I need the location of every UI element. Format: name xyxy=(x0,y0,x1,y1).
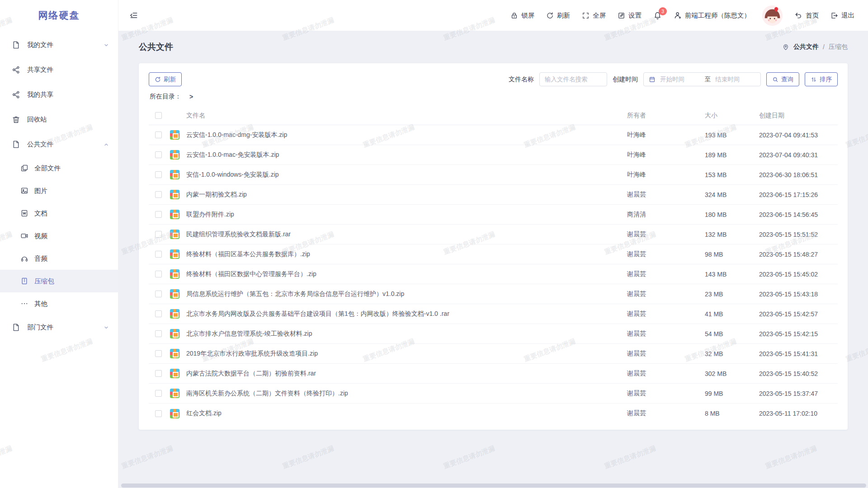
file-name-cell[interactable]: 北京市排水户信息管理系统-竣工验收材料.zip xyxy=(186,330,627,338)
sidebar-subitem-videos[interactable]: 视频 xyxy=(0,225,118,247)
date-range-picker[interactable]: 开始时间 至 结束时间 xyxy=(643,72,761,86)
file-size-cell: 193 MB xyxy=(705,131,759,139)
file-icon xyxy=(12,140,20,149)
refresh-page-button[interactable]: 刷新 xyxy=(546,11,570,20)
table-row[interactable]: 北京市排水户信息管理系统-竣工验收材料.zip 谢晨芸 54 MB 2023-0… xyxy=(149,324,838,344)
file-name-cell[interactable]: 内蒙古法院大数据平台（二期）初验前资料.rar xyxy=(186,370,627,378)
file-name-cell[interactable]: 局信息系统运行维护（第五包：北京市水务局综合信息平台运行维护）v1.0.zip xyxy=(186,290,627,298)
sidebar-item-my-files[interactable]: 我的文件 xyxy=(0,33,118,57)
start-time-placeholder[interactable]: 开始时间 xyxy=(660,75,700,84)
file-owner-cell: 谢晨芸 xyxy=(627,191,705,199)
refresh-list-button[interactable]: 刷新 xyxy=(149,72,182,86)
file-owner-cell: 谢晨芸 xyxy=(627,370,705,378)
zip-file-icon xyxy=(170,289,179,299)
end-time-placeholder[interactable]: 结束时间 xyxy=(715,75,755,84)
sidebar-item-department-files[interactable]: 部门文件 xyxy=(0,315,118,340)
row-checkbox[interactable] xyxy=(155,231,162,238)
file-date-cell: 2023-06-15 14:56:45 xyxy=(759,211,837,218)
row-checkbox[interactable] xyxy=(155,131,162,138)
breadcrumb-root[interactable]: 公共文件 xyxy=(793,43,819,51)
row-checkbox[interactable] xyxy=(155,410,162,417)
row-checkbox[interactable] xyxy=(155,310,162,317)
avatar[interactable] xyxy=(762,5,783,26)
zip-file-icon xyxy=(170,210,179,219)
row-checkbox[interactable] xyxy=(155,370,162,377)
row-checkbox[interactable] xyxy=(155,291,162,297)
table-row[interactable]: 南海区机关新办公系统（二期）文件资料（终验打印）.zip 谢晨芸 99 MB 2… xyxy=(149,384,838,404)
sidebar-item-shared-files[interactable]: 共享文件 xyxy=(0,57,118,82)
table-row[interactable]: 联盟办件附件.zip 商清清 180 MB 2023-06-15 14:56:4… xyxy=(149,205,838,225)
table-row[interactable]: 云安信-1.0.0-mac-dmg-安装版本.zip 叶海峰 193 MB 20… xyxy=(149,125,838,145)
sort-button[interactable]: 排序 xyxy=(805,72,838,86)
sidebar-subitem-audio[interactable]: 音频 xyxy=(0,247,118,270)
logout-button[interactable]: 退出 xyxy=(830,11,854,20)
file-size-cell: 153 MB xyxy=(705,171,759,178)
row-checkbox[interactable] xyxy=(155,151,162,158)
sidebar-item-recycle-bin[interactable]: 回收站 xyxy=(0,107,118,132)
file-name-cell[interactable]: 联盟办件附件.zip xyxy=(186,211,627,219)
file-name-cell[interactable]: 终验材料（福田区数据中心管理服务平台）.zip xyxy=(186,270,627,278)
file-name-cell[interactable]: 云安信-1.0.0-mac-免安装版本.zip xyxy=(186,151,627,159)
row-checkbox[interactable] xyxy=(155,191,162,198)
table-row[interactable]: 内蒙一期初验文档.zip 谢晨芸 324 MB 2023-06-15 17:15… xyxy=(149,185,838,205)
file-owner-cell: 叶海峰 xyxy=(627,171,705,179)
sidebar-subitem-documents[interactable]: 文档 xyxy=(0,202,118,225)
breadcrumb: 公共文件 / 压缩包 xyxy=(782,43,848,51)
sidebar-subitem-others[interactable]: 其他 xyxy=(0,292,118,315)
row-checkbox[interactable] xyxy=(155,271,162,277)
file-name-cell[interactable]: 终验材料（福田区基本公共服务数据库）.zip xyxy=(186,250,627,258)
settings-button[interactable]: 设置 xyxy=(618,11,642,20)
home-button[interactable]: 首页 xyxy=(794,11,819,20)
table-row[interactable]: 2019年北京市水行政审批系统升级改造项目.zip 谢晨芸 32 MB 2023… xyxy=(149,344,838,364)
sidebar-subitem-images[interactable]: 图片 xyxy=(0,179,118,202)
file-owner-cell: 谢晨芸 xyxy=(627,230,705,239)
file-name-cell[interactable]: 内蒙一期初验文档.zip xyxy=(186,191,627,199)
file-name-cell[interactable]: 北京市水务局内网改版及公共服务基础平台建设项目（第1包：内网改版）终验验文档-v… xyxy=(186,310,627,318)
table-row[interactable]: 局信息系统运行维护（第五包：北京市水务局综合信息平台运行维护）v1.0.zip … xyxy=(149,284,838,304)
table-row[interactable]: 终验材料（福田区数据中心管理服务平台）.zip 谢晨芸 143 MB 2023-… xyxy=(149,264,838,284)
row-checkbox[interactable] xyxy=(155,390,162,397)
file-owner-cell: 谢晨芸 xyxy=(627,290,705,298)
query-button[interactable]: 查询 xyxy=(766,72,799,86)
main-content: 公共文件 公共文件 / 压缩包 刷新 文件名称 创建时间 xyxy=(118,31,868,488)
row-checkbox[interactable] xyxy=(155,330,162,337)
location-pin-icon xyxy=(782,43,789,51)
file-size-cell: 143 MB xyxy=(705,271,759,278)
row-checkbox[interactable] xyxy=(155,211,162,218)
file-name-cell[interactable]: 南海区机关新办公系统（二期）文件资料（终验打印）.zip xyxy=(186,389,627,398)
file-size-cell: 302 MB xyxy=(705,370,759,377)
row-checkbox[interactable] xyxy=(155,171,162,178)
sidebar-item-my-shares[interactable]: 我的共享 xyxy=(0,82,118,107)
sidebar-subitem-all-files[interactable]: 全部文件 xyxy=(0,157,118,179)
table-row[interactable]: 民建组织管理系统验收文档最新版.rar 谢晨芸 132 MB 2023-05-1… xyxy=(149,225,838,244)
file-date-cell: 2023-05-15 15:42:57 xyxy=(759,310,837,318)
user-menu[interactable]: 前端工程师（陈思文） xyxy=(674,11,750,20)
collapse-sidebar-icon[interactable] xyxy=(129,11,138,20)
lock-screen-button[interactable]: 锁屏 xyxy=(510,11,534,20)
table-row[interactable]: 云安信-1.0.0-mac-免安装版本.zip 叶海峰 189 MB 2023-… xyxy=(149,145,838,165)
table-row[interactable]: 内蒙古法院大数据平台（二期）初验前资料.rar 谢晨芸 302 MB 2023-… xyxy=(149,364,838,384)
table-row[interactable]: 安信-1.0.0-windows-免安装版.zip 叶海峰 153 MB 202… xyxy=(149,165,838,185)
table-row[interactable]: 终验材料（福田区基本公共服务数据库）.zip 谢晨芸 98 MB 2023-05… xyxy=(149,244,838,264)
row-checkbox[interactable] xyxy=(155,350,162,357)
table-row[interactable]: 红会文档.zip 谢晨芸 8 MB 2023-05-11 17:02:10 xyxy=(149,404,838,423)
file-name-cell[interactable]: 民建组织管理系统验收文档最新版.rar xyxy=(186,230,627,239)
horizontal-scrollbar[interactable] xyxy=(121,483,866,488)
zip-file-icon xyxy=(170,349,179,358)
file-name-cell[interactable]: 安信-1.0.0-windows-免安装版.zip xyxy=(186,171,627,179)
file-name-cell[interactable]: 红会文档.zip xyxy=(186,409,627,418)
chevron-down-icon xyxy=(104,42,109,48)
file-name-cell[interactable]: 2019年北京市水行政审批系统升级改造项目.zip xyxy=(186,350,627,358)
row-checkbox[interactable] xyxy=(155,251,162,258)
image-icon xyxy=(20,187,28,195)
select-all-checkbox[interactable] xyxy=(155,112,162,119)
file-name-search-input[interactable] xyxy=(539,72,607,86)
file-name-cell[interactable]: 云安信-1.0.0-mac-dmg-安装版本.zip xyxy=(186,131,627,139)
table-row[interactable]: 北京市水务局内网改版及公共服务基础平台建设项目（第1包：内网改版）终验验文档-v… xyxy=(149,304,838,324)
fullscreen-button[interactable]: 全屏 xyxy=(582,11,606,20)
sidebar-item-public-files[interactable]: 公共文件 xyxy=(0,132,118,157)
notifications-button[interactable]: 3 xyxy=(653,11,662,20)
file-size-cell: 98 MB xyxy=(705,251,759,258)
sidebar-subitem-archives[interactable]: 压缩包 xyxy=(0,270,118,292)
directory-separator[interactable]: > xyxy=(189,93,193,100)
